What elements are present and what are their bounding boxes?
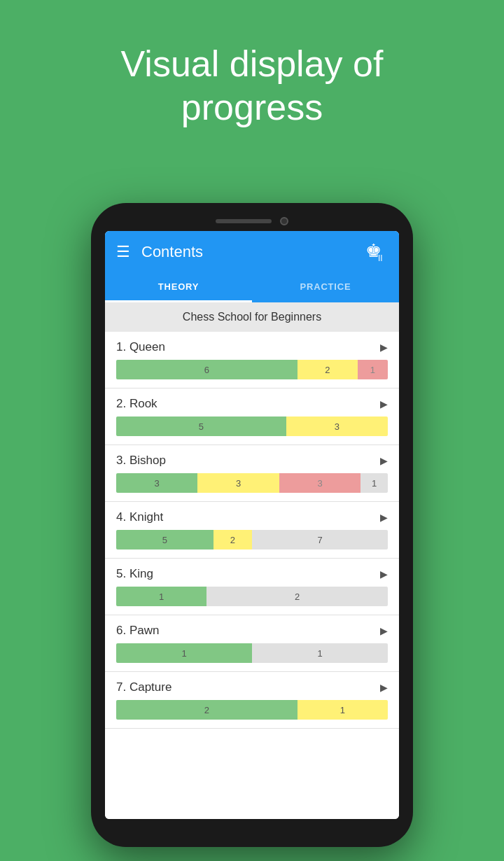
course-title-text: Chess School for Beginners [183, 311, 321, 323]
tab-theory-label: THEORY [158, 281, 200, 292]
lesson-header: 4. Knight ▶ [116, 510, 388, 524]
progress-gray: 2 [206, 587, 388, 606]
lesson-arrow-icon: ▶ [380, 342, 388, 353]
progress-green: 5 [116, 530, 214, 550]
svg-text:♛: ♛ [0, 210, 25, 216]
progress-green: 1 [116, 587, 206, 606]
app-bar: ☰ Contents ♚ II [105, 231, 399, 273]
progress-bar: 5 2 7 [116, 530, 388, 550]
tab-theory[interactable]: THEORY [105, 273, 252, 300]
menu-button[interactable]: ☰ [116, 243, 130, 261]
phone-frame: ☰ Contents ♚ II THEORY PRACTICE Chess Sc… [91, 203, 413, 847]
lesson-title: 2. Rook [116, 397, 380, 411]
progress-green: 2 [116, 700, 298, 720]
lessons-list: 1. Queen ▶ 6 2 1 2. Rook ▶ 5 3 [105, 332, 399, 819]
app-icon[interactable]: ♚ II [365, 239, 388, 266]
progress-green: 6 [116, 360, 298, 379]
lesson-arrow-icon: ▶ [380, 455, 388, 466]
phone-screen: ☰ Contents ♚ II THEORY PRACTICE Chess Sc… [105, 231, 399, 819]
progress-yellow: 3 [286, 416, 388, 436]
svg-text:♛: ♛ [420, 525, 445, 531]
progress-bar: 3 3 3 1 [116, 473, 388, 493]
progress-green: 5 [116, 416, 286, 436]
progress-bar: 6 2 1 [116, 360, 388, 379]
progress-yellow: 2 [298, 360, 358, 379]
tab-practice[interactable]: PRACTICE [252, 273, 399, 300]
lesson-header: 5. King ▶ [116, 567, 388, 581]
header-title-text: Visual display of progress [121, 43, 384, 127]
lesson-title: 7. Capture [116, 680, 380, 694]
progress-bar: 1 1 [116, 643, 388, 663]
chess-king-icon: ♚ II [365, 239, 388, 261]
progress-pink: 1 [358, 360, 388, 379]
tab-practice-label: PRACTICE [300, 281, 351, 292]
phone-notch [105, 217, 399, 225]
tabs-container: THEORY PRACTICE [105, 273, 399, 302]
lesson-header: 6. Pawn ▶ [116, 624, 388, 638]
svg-text:♛: ♛ [455, 210, 480, 216]
svg-text:♛: ♛ [21, 735, 46, 741]
course-title: Chess School for Beginners [105, 302, 399, 332]
lesson-title: 4. Knight [116, 510, 380, 524]
lesson-header: 7. Capture ▶ [116, 680, 388, 694]
svg-text:♛: ♛ [21, 14, 56, 22]
lesson-item[interactable]: 3. Bishop ▶ 3 3 3 1 [105, 445, 399, 502]
lesson-item[interactable]: 4. Knight ▶ 5 2 7 [105, 502, 399, 559]
lesson-title: 6. Pawn [116, 624, 380, 638]
progress-yellow: 2 [214, 530, 252, 550]
lesson-header: 2. Rook ▶ [116, 397, 388, 411]
svg-text:♛: ♛ [420, 735, 445, 741]
progress-pink: 3 [279, 473, 360, 493]
progress-green: 1 [116, 643, 252, 663]
lesson-item[interactable]: 2. Rook ▶ 5 3 [105, 388, 399, 445]
svg-text:♛: ♛ [420, 21, 445, 27]
app-bar-title: Contents [141, 243, 365, 261]
phone-camera [280, 217, 288, 225]
lesson-title: 1. Queen [116, 340, 380, 354]
lesson-title: 3. Bishop [116, 454, 380, 468]
phone-speaker [216, 219, 272, 223]
progress-yellow: 1 [298, 700, 388, 720]
lesson-item[interactable]: 1. Queen ▶ 6 2 1 [105, 332, 399, 388]
lesson-item[interactable]: 5. King ▶ 1 2 [105, 559, 399, 615]
progress-green: 3 [116, 473, 197, 493]
lesson-item[interactable]: 7. Capture ▶ 2 1 [105, 672, 399, 729]
lesson-arrow-icon: ▶ [380, 568, 388, 580]
lesson-arrow-icon: ▶ [380, 398, 388, 410]
svg-text:♛: ♛ [21, 560, 46, 566]
progress-gray: 7 [252, 530, 388, 550]
lesson-header: 1. Queen ▶ [116, 340, 388, 354]
header-title: Visual display of progress [0, 42, 504, 130]
lesson-title: 5. King [116, 567, 380, 581]
lesson-item[interactable]: 6. Pawn ▶ 1 1 [105, 615, 399, 672]
lesson-arrow-icon: ▶ [380, 512, 388, 523]
lesson-arrow-icon: ▶ [380, 682, 388, 693]
progress-gray: 1 [360, 473, 388, 493]
progress-yellow: 3 [197, 473, 279, 493]
progress-gray: 1 [252, 643, 388, 663]
lesson-header: 3. Bishop ▶ [116, 454, 388, 468]
progress-bar: 2 1 [116, 700, 388, 720]
svg-text:II: II [378, 253, 383, 261]
progress-bar: 5 3 [116, 416, 388, 436]
lesson-arrow-icon: ▶ [380, 625, 388, 636]
progress-bar: 1 2 [116, 587, 388, 606]
